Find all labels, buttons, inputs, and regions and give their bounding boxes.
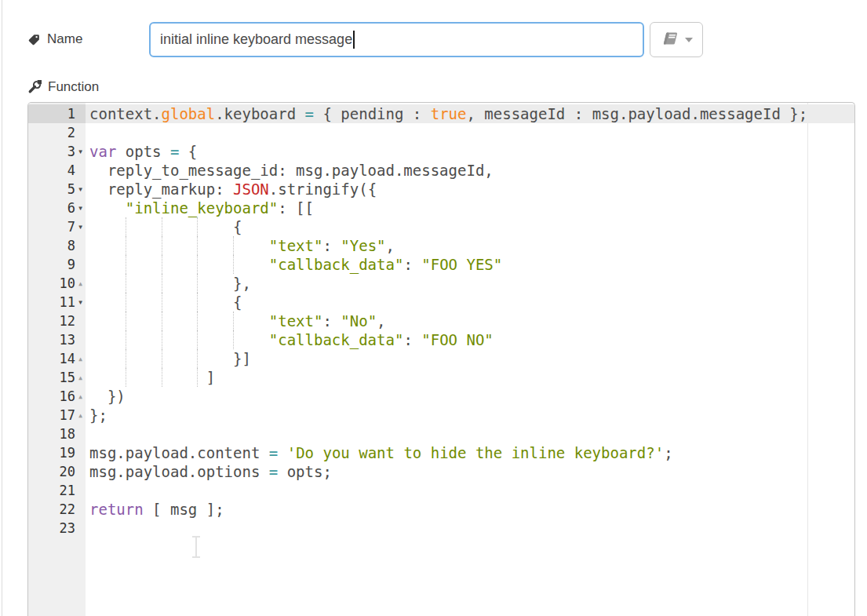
fold-open-icon[interactable]: ▾ — [75, 293, 86, 312]
gutter-row: 18 — [28, 425, 86, 443]
code-token: }) — [89, 388, 126, 405]
code-editor[interactable]: 123▾45▾6▾7▾8910▴11▾121314▴15▴16▴17▴18192… — [27, 102, 855, 616]
indent-guide — [233, 330, 234, 349]
line-number: 10 — [28, 274, 75, 293]
gutter-row: 8 — [28, 236, 86, 255]
code-token — [89, 199, 126, 217]
gutter-row: 23 — [28, 519, 86, 538]
line-number: 5 — [28, 180, 75, 199]
fold-end-icon[interactable]: ▴ — [75, 368, 86, 387]
indent-guide — [197, 293, 198, 312]
indent-guide — [197, 312, 198, 330]
indent-guide — [162, 255, 162, 274]
gutter-row: 5▾ — [28, 180, 86, 199]
indent-guide — [162, 293, 162, 312]
code-line: msg.payload.options = opts; — [86, 462, 854, 481]
gutter-row: 16▴ — [28, 387, 86, 406]
indent-guide — [126, 368, 126, 387]
code-token — [89, 331, 269, 348]
gutter-row: 12 — [28, 312, 86, 330]
code-token: : — [403, 256, 421, 273]
code-token: "text" — [269, 312, 323, 330]
indent-guide — [162, 274, 162, 293]
code-token: { — [179, 143, 197, 160]
gutter-row: 9 — [28, 255, 86, 274]
code-token: "Yes" — [341, 237, 385, 254]
line-number: 2 — [28, 123, 75, 142]
indent-guide — [162, 349, 162, 368]
gutter-row: 4 — [28, 161, 86, 180]
code-line: "inline_keyboard": [[ — [86, 199, 854, 217]
code-token: .stringify({ — [269, 180, 377, 198]
code-token: JSON — [233, 180, 269, 198]
code-token: context. — [89, 105, 162, 122]
code-line — [86, 481, 854, 500]
code-token: { — [89, 293, 242, 311]
indent-guide — [162, 330, 162, 349]
code-token: "inline_keyboard" — [126, 199, 278, 217]
code-token: , — [386, 237, 395, 254]
code-line: { — [86, 293, 854, 312]
code-token: msg.payload.content — [89, 444, 269, 461]
gutter-row: 17▴ — [28, 406, 86, 425]
code-token: }] — [89, 350, 251, 367]
fold-open-icon[interactable]: ▾ — [75, 199, 86, 217]
code-line: var opts = { — [86, 142, 854, 161]
line-number: 13 — [28, 330, 75, 349]
code-line: "callback_data": "FOO YES" — [86, 255, 854, 274]
function-node-edit-panel: Name initial inline keyboard message — [0, 0, 867, 616]
fold-open-icon[interactable]: ▾ — [75, 180, 86, 199]
code-line — [86, 519, 854, 538]
line-number: 4 — [28, 161, 75, 180]
gutter-row: 2 — [28, 123, 86, 142]
code-token: ] — [89, 369, 215, 386]
indent-guide — [197, 255, 198, 274]
code-token: "No" — [341, 312, 377, 330]
panel-left-edge — [2, 0, 2, 616]
fold-end-icon[interactable]: ▴ — [75, 349, 86, 368]
name-input-value: initial inline keyboard message — [160, 31, 352, 48]
code-token: global — [162, 105, 216, 122]
code-token: = — [269, 444, 278, 461]
code-line: reply_to_message_id: msg.payload.message… — [86, 161, 854, 180]
line-number: 14 — [28, 349, 75, 368]
book-icon — [661, 31, 679, 49]
code-line: ] — [86, 368, 854, 387]
fold-end-icon[interactable]: ▴ — [75, 387, 86, 406]
fold-end-icon[interactable]: ▴ — [75, 274, 86, 293]
code-token: : — [322, 237, 341, 254]
fold-open-icon[interactable]: ▾ — [75, 142, 86, 161]
code-line: "text": "No", — [86, 312, 854, 330]
code-line: { — [86, 217, 854, 236]
code-token — [89, 312, 269, 330]
gutter-row: 21 — [28, 481, 86, 500]
line-number: 1 — [28, 104, 75, 123]
code-token: reply_to_message_id: msg.payload.message… — [89, 162, 494, 179]
line-number: 3 — [28, 142, 75, 161]
gutter-row: 15▴ — [28, 368, 86, 387]
code-token: = — [170, 143, 179, 160]
code-line: context.global.keyboard = { pending : tr… — [86, 104, 854, 123]
line-number: 7 — [28, 217, 75, 236]
wrench-icon — [27, 80, 42, 94]
indent-guide — [126, 236, 126, 255]
fold-end-icon[interactable]: ▴ — [75, 406, 86, 425]
code-token — [89, 237, 269, 254]
tag-icon — [27, 33, 41, 46]
gutter-row: 10▴ — [28, 274, 86, 293]
line-number: 6 — [28, 199, 75, 217]
code-line: }, — [86, 274, 854, 293]
gutter-row: 3▾ — [28, 142, 86, 161]
indent-guide — [126, 312, 126, 330]
name-field-label: Name — [47, 31, 82, 47]
gutter-row: 22 — [28, 500, 86, 519]
indent-guide — [197, 274, 198, 293]
code-line: reply_markup: JSON.stringify({ — [86, 180, 854, 199]
code-token: var — [89, 143, 116, 160]
gutter-row: 11▾ — [28, 293, 86, 312]
editor-content[interactable]: context.global.keyboard = { pending : tr… — [86, 103, 854, 616]
name-input[interactable]: initial inline keyboard message — [149, 22, 644, 57]
library-button[interactable] — [650, 22, 703, 57]
fold-open-icon[interactable]: ▾ — [75, 217, 86, 236]
indent-guide — [126, 293, 126, 312]
